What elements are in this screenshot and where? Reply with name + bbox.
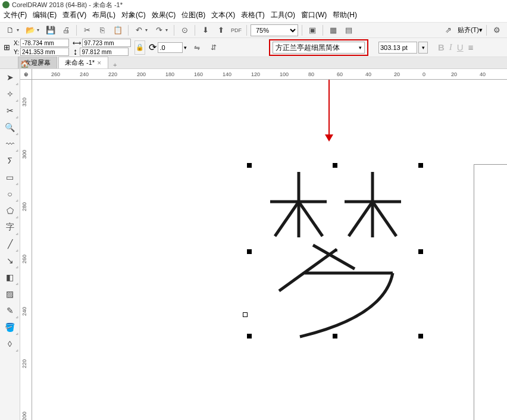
redo-dropdown-icon[interactable]: ▾ (165, 27, 170, 33)
connector-tool[interactable]: ↘⊿ (1, 252, 19, 269)
import-button[interactable]: ⬇ (199, 24, 212, 37)
titlebar: CorelDRAW 2018 (64-Bit) - 未命名 -1* (0, 0, 507, 10)
freehand-tool[interactable]: 〰⊿ (1, 136, 19, 152)
grid-button[interactable]: ▤ (342, 24, 355, 37)
selection-center-icon[interactable]: × (334, 247, 338, 254)
angle-dropdown-icon[interactable]: ▾ (184, 45, 187, 51)
new-button[interactable]: 🗋 (4, 24, 17, 37)
search-button[interactable]: ⊙ (178, 24, 191, 37)
menu-table[interactable]: 表格(T) (241, 10, 264, 20)
fullscreen-button[interactable]: ▣ (306, 24, 319, 37)
svg-line-3 (299, 202, 323, 236)
mirror-v-button[interactable]: ⇵ (207, 41, 220, 54)
copy-button[interactable]: ⎘ (96, 24, 109, 37)
toolbox: ➤⊿ ✧⊿ ✂⊿ 🔍⊿ 〰⊿ ⵢ ▭⊿ ○⊿ ⬠⊿ 字⊿ ╱⊿ ↘⊿ ◧⊿ ▨ … (0, 69, 20, 420)
selection-handle[interactable] (247, 163, 252, 168)
document-tabs: 🏠 欢迎屏幕 未命名 -1*✕ + (0, 57, 507, 69)
home-icon[interactable]: 🏠 (20, 60, 29, 68)
undo-dropdown-icon[interactable]: ▾ (145, 27, 150, 33)
menu-file[interactable]: 文件(F) (4, 10, 27, 20)
tab-document[interactable]: 未命名 -1*✕ (58, 57, 108, 68)
x-input[interactable] (20, 39, 69, 47)
cut-button[interactable]: ✂ (80, 24, 93, 37)
crop-tool[interactable]: ✂⊿ (1, 102, 19, 119)
underline-button[interactable]: U (457, 42, 464, 52)
menu-object[interactable]: 对象(C) (121, 10, 146, 20)
transparency-tool[interactable]: ▨ (1, 286, 19, 302)
selection-handle[interactable] (418, 249, 423, 254)
menu-text[interactable]: 文本(X) (211, 10, 235, 20)
angle-input[interactable] (158, 42, 183, 53)
font-select[interactable]: 方正兰亭超细黑简体▾ (273, 42, 365, 54)
position-group: X: Y: (14, 39, 69, 56)
chevron-down-icon: ▾ (359, 45, 362, 51)
menu-help[interactable]: 帮助(H) (333, 10, 357, 20)
font-size-input[interactable] (378, 42, 417, 54)
svg-line-7 (373, 202, 396, 236)
h-input[interactable] (80, 48, 129, 56)
menu-tools[interactable]: 工具(O) (271, 10, 295, 20)
selection-handle[interactable] (333, 334, 337, 338)
selection-handle[interactable] (418, 163, 423, 168)
lock-ratio-button[interactable]: 🔒 (134, 40, 145, 55)
selection-handle[interactable] (333, 163, 337, 168)
redo-button[interactable]: ↷ (152, 24, 165, 37)
text-tool[interactable]: 字⊿ (1, 219, 19, 236)
artistic-media-tool[interactable]: ⵢ (1, 152, 19, 169)
close-icon[interactable]: ✕ (97, 60, 102, 66)
new-dropdown-icon[interactable]: ▾ (17, 27, 21, 33)
menu-effects[interactable]: 效果(C) (152, 10, 176, 20)
ellipse-tool[interactable]: ○⊿ (1, 186, 19, 202)
snap-dropdown[interactable]: 贴齐(T) ▾ (458, 26, 483, 35)
align-button[interactable]: ≡ (468, 42, 474, 52)
zoom-select[interactable]: 75% (251, 24, 298, 36)
open-button[interactable]: 📂 (24, 24, 37, 37)
canvas[interactable]: × (32, 80, 507, 420)
ruler-vertical[interactable]: 320300280260240220200 (20, 80, 32, 420)
selection-handle[interactable] (247, 249, 252, 254)
pick-tool[interactable]: ➤⊿ (1, 69, 19, 86)
size-group: ⟷ ⭥ (73, 39, 131, 56)
polygon-tool[interactable]: ⬠⊿ (1, 202, 19, 219)
separator (76, 25, 77, 36)
open-dropdown-icon[interactable]: ▾ (37, 27, 42, 33)
menu-edit[interactable]: 编辑(E) (33, 10, 57, 20)
y-input[interactable] (20, 48, 69, 56)
undo-button[interactable]: ↶ (132, 24, 145, 37)
parallel-dim-tool[interactable]: ╱⊿ (1, 236, 19, 252)
selection-handle[interactable] (247, 334, 252, 338)
rectangle-tool[interactable]: ▭⊿ (1, 169, 19, 186)
rulers-button[interactable]: ▦ (327, 24, 340, 37)
bold-button[interactable]: B (438, 42, 445, 52)
paste-button[interactable]: 📋 (111, 24, 124, 37)
outline-tool[interactable]: ◊⊿ (1, 336, 19, 352)
options-button[interactable]: ⚙ (490, 24, 503, 37)
add-tab-button[interactable]: + (109, 61, 120, 68)
pdf-button[interactable]: PDF (230, 24, 243, 37)
launch-button[interactable]: ⇗ (442, 24, 455, 37)
menu-layout[interactable]: 布局(L) (92, 10, 115, 20)
mirror-h-button[interactable]: ⇋ (190, 41, 204, 54)
fill-tool[interactable]: 🪣⊿ (1, 319, 19, 336)
property-bar: ⊞ X: Y: ⟷ ⭥ 🔒 ⟳ ▾ ⇋ ⇵ 方正兰亭超细黑简体▾ ▾ B I U… (0, 38, 507, 57)
drop-shadow-tool[interactable]: ◧⊿ (1, 269, 19, 286)
italic-button[interactable]: I (449, 42, 452, 52)
shape-tool[interactable]: ✧⊿ (1, 86, 19, 102)
separator (323, 25, 323, 36)
svg-line-6 (349, 202, 373, 236)
menu-window[interactable]: 窗口(W) (301, 10, 327, 20)
eyedropper-tool[interactable]: ✎⊿ (1, 302, 19, 319)
menu-bitmap[interactable]: 位图(B) (181, 10, 205, 20)
menu-view[interactable]: 查看(V) (62, 10, 86, 20)
ruler-horizontal[interactable]: 2602402202001801601401201008060402002040 (32, 69, 507, 80)
export-button[interactable]: ⬆ (214, 24, 227, 37)
ruler-origin[interactable]: ⊕ (20, 69, 32, 80)
print-button[interactable]: 🖨 (60, 24, 73, 37)
separator (195, 25, 195, 36)
selection-handle-open[interactable] (243, 312, 248, 317)
selection-handle[interactable] (418, 334, 423, 338)
font-size-dropdown-icon[interactable]: ▾ (418, 42, 428, 54)
w-input[interactable] (82, 39, 131, 47)
zoom-tool[interactable]: 🔍⊿ (1, 119, 19, 136)
save-button[interactable]: 💾 (44, 24, 57, 37)
